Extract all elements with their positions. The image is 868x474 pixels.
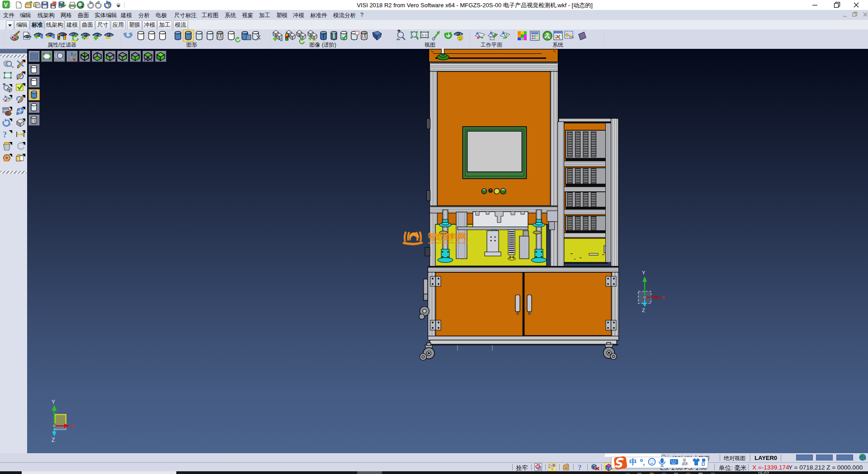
svg-text:7: 7 (685, 462, 687, 465)
svg-text:Z: Z (642, 308, 645, 313)
svg-text:,: , (643, 459, 645, 466)
svg-text:?: ? (3, 130, 7, 139)
svg-text:1:1: 1:1 (422, 33, 427, 37)
svg-text:Y: Y (52, 399, 55, 405)
svg-text:X: X (662, 295, 665, 300)
svg-text:Y: Y (642, 270, 646, 275)
svg-text:INTELLIGENT MANUFACTURING DATA: INTELLIGENT MANUFACTURING DATA (428, 242, 468, 244)
svg-text:智造资料网: 智造资料网 (427, 232, 466, 242)
svg-text:中: 中 (629, 458, 637, 466)
svg-text:X: X (71, 423, 75, 430)
svg-text:Z: Z (52, 437, 55, 443)
svg-text:?: ? (578, 463, 582, 471)
